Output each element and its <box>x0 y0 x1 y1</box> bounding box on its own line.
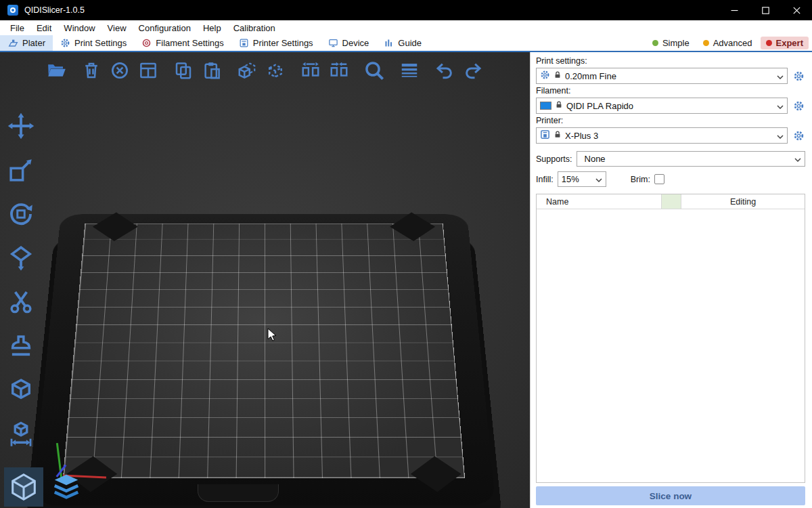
infill-combo[interactable]: 15% <box>558 171 606 187</box>
move-tool-button[interactable] <box>5 110 37 142</box>
caliper-tool-button[interactable] <box>5 419 37 450</box>
mode-switcher: Simple Advanced Expert <box>647 35 812 51</box>
mode-simple[interactable]: Simple <box>647 37 695 49</box>
delete-button[interactable] <box>78 58 104 83</box>
lock-icon <box>554 70 562 81</box>
tab-bar: Plater Print Settings Filament Settings … <box>0 35 812 52</box>
tab-printer-settings[interactable]: Printer Settings <box>231 35 321 51</box>
brim-label: Brim: <box>631 175 650 184</box>
chevron-down-icon <box>777 71 784 81</box>
object-list-header: Name Editing <box>537 194 805 209</box>
tab-label: Guide <box>398 38 422 48</box>
maximize-button[interactable] <box>750 0 781 20</box>
chevron-down-icon <box>777 131 784 141</box>
tab-label: Printer Settings <box>253 38 313 48</box>
search-button[interactable] <box>361 58 387 83</box>
add-instance-button[interactable] <box>234 58 260 83</box>
mode-label: Simple <box>662 38 690 48</box>
column-name[interactable]: Name <box>537 194 661 209</box>
view-toggles <box>4 467 86 507</box>
place-on-face-tool-button[interactable] <box>5 242 37 274</box>
print-settings-combo[interactable]: 0.20mm Fine <box>536 68 788 84</box>
delete-all-button[interactable] <box>107 58 133 83</box>
extruder-column-swatch <box>661 194 681 209</box>
printer-value: X-Plus 3 <box>565 131 773 141</box>
scale-tool-button[interactable] <box>5 154 37 186</box>
infill-value: 15% <box>562 174 592 184</box>
printer-icon <box>239 38 249 48</box>
tab-filament-settings[interactable]: Filament Settings <box>134 35 231 51</box>
tab-label: Plater <box>22 38 45 48</box>
tab-device[interactable]: Device <box>321 35 377 51</box>
split-to-objects-button[interactable] <box>298 58 323 83</box>
window-title: QIDISlicer-1.0.5 <box>24 5 85 15</box>
mode-label: Advanced <box>713 38 752 48</box>
printer-gear-button[interactable] <box>792 129 805 142</box>
tab-label: Device <box>342 38 369 48</box>
arrange-button[interactable] <box>135 58 161 83</box>
menu-edit[interactable]: Edit <box>30 22 58 35</box>
viewport-3d[interactable] <box>0 52 530 508</box>
menu-bar: File Edit Window View Configuration Help… <box>0 20 812 35</box>
menu-file[interactable]: File <box>4 22 30 35</box>
paint-supports-tool-button[interactable] <box>5 331 37 362</box>
brim-checkbox[interactable] <box>654 174 664 184</box>
menu-window[interactable]: Window <box>58 22 101 35</box>
title-bar: QIDISlicer-1.0.5 <box>0 0 812 20</box>
menu-configuration[interactable]: Configuration <box>133 22 197 35</box>
lock-icon <box>555 100 563 111</box>
bed-handle <box>198 484 279 502</box>
supports-label: Supports: <box>536 154 572 164</box>
rotate-tool-button[interactable] <box>5 198 37 230</box>
measure-tool-button[interactable] <box>5 375 37 406</box>
tab-guide[interactable]: Guide <box>376 35 429 51</box>
cut-tool-button[interactable] <box>5 287 37 318</box>
tab-label: Print Settings <box>74 38 127 48</box>
app-window: QIDISlicer-1.0.5 File Edit Window View C… <box>0 0 812 508</box>
tab-print-settings[interactable]: Print Settings <box>53 35 134 51</box>
chevron-down-icon <box>595 174 602 184</box>
minimize-button[interactable] <box>719 0 750 20</box>
copy-button[interactable] <box>171 58 196 83</box>
variable-layer-height-button[interactable] <box>397 58 422 83</box>
chevron-down-icon <box>777 101 784 111</box>
filament-value: QIDI PLA Rapido <box>566 101 773 111</box>
paste-button[interactable] <box>199 58 225 83</box>
left-toolbar <box>5 110 37 450</box>
printer-label: Printer: <box>536 116 805 125</box>
menu-calibration[interactable]: Calibration <box>227 22 281 35</box>
tab-label: Filament Settings <box>156 38 223 48</box>
open-button[interactable] <box>43 58 69 83</box>
app-icon <box>7 5 18 16</box>
printer-icon <box>540 129 550 142</box>
menu-view[interactable]: View <box>102 22 133 35</box>
object-list-body[interactable] <box>537 209 805 482</box>
filament-gear-button[interactable] <box>792 99 805 112</box>
printer-combo[interactable]: X-Plus 3 <box>536 127 788 144</box>
mode-expert[interactable]: Expert <box>761 37 809 49</box>
filament-label: Filament: <box>536 86 805 96</box>
editor-3d-view-button[interactable] <box>4 467 43 507</box>
tab-plater[interactable]: Plater <box>0 35 53 51</box>
redo-button[interactable] <box>460 58 486 83</box>
mode-label: Expert <box>776 38 803 48</box>
print-bed-grid <box>63 224 465 478</box>
close-button[interactable] <box>781 0 812 20</box>
object-list[interactable]: Name Editing <box>536 194 805 483</box>
layers-preview-button[interactable] <box>47 467 86 507</box>
filament-combo[interactable]: QIDI PLA Rapido <box>536 98 788 114</box>
slice-now-button[interactable]: Slice now <box>536 486 805 505</box>
plater-icon <box>7 38 18 49</box>
undo-button[interactable] <box>432 58 457 83</box>
column-editing[interactable]: Editing <box>681 194 805 209</box>
mode-dot <box>703 40 709 46</box>
print-settings-gear-button[interactable] <box>792 69 805 83</box>
supports-combo[interactable]: None <box>577 151 805 167</box>
gear-icon <box>60 38 70 48</box>
menu-help[interactable]: Help <box>197 22 227 35</box>
remove-instance-button[interactable] <box>263 58 288 83</box>
infill-label: Infill: <box>536 175 554 184</box>
split-to-parts-button[interactable] <box>326 58 352 83</box>
mode-advanced[interactable]: Advanced <box>698 37 758 49</box>
lock-icon <box>554 130 562 141</box>
